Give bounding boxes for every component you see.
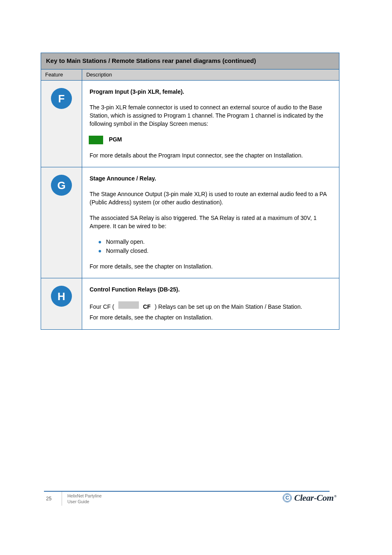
table-banner: Key to Main Stations / Remote Stations r… [41,53,339,69]
row-paragraph: The 3-pin XLR female connector is used t… [90,104,331,128]
logo-text: Clear-Com® [294,493,337,503]
cf-relay-line: Four CF ( CF ) Relays can be set up on t… [90,301,331,311]
registered-mark-icon: ® [334,494,337,498]
row-title: Program Input (3-pin XLR, female). [90,88,331,96]
feature-badge: G [51,175,72,196]
feature-cell: H [41,278,82,329]
brand-logo: C Clear-Com® [283,493,337,503]
table-row: F Program Input (3-pin XLR, female). The… [41,80,339,167]
row-paragraph: The associated SA Relay is also triggere… [90,214,331,231]
bullet-dot-icon [99,250,101,252]
cf-swatch-icon [118,301,139,309]
description-cell: Stage Announce / Relay. The Stage Announ… [82,167,339,278]
table-row: G Stage Announce / Relay. The Stage Anno… [41,167,339,278]
list-item: Normally closed. [99,247,331,255]
pgm-green-icon [89,136,103,144]
col-header-description: Description [82,69,339,80]
logo-mark-icon: C [283,493,292,502]
cf-swatch-label: CF [143,303,151,311]
description-cell: Control Function Relays (DB-25). Four CF… [82,278,339,329]
feature-cell: G [41,167,82,278]
feature-badge: H [51,286,72,307]
pgm-label: PGM [109,136,122,143]
doc-title-line2: User Guide [67,499,89,504]
doc-title-line1: HelixNet Partyline [67,493,101,498]
feature-table: Key to Main Stations / Remote Stations r… [41,53,339,330]
bullet-dot-icon [99,241,101,243]
row-paragraph: For more details, see the chapter on Ins… [90,263,331,271]
cf-text-prefix: Four CF ( [90,303,114,311]
table-header-row: Feature Description [41,69,339,80]
col-header-feature: Feature [41,69,82,80]
footer-divider [62,492,62,506]
cf-text-suffix: ) Relays can be set up on the Main Stati… [155,303,302,311]
page: Key to Main Stations / Remote Stations r… [0,0,392,555]
footer-rule [44,491,330,492]
doc-title: HelixNet Partyline User Guide [67,493,101,504]
row-title: Control Function Relays (DB-25). [90,286,331,294]
row-paragraph: The Stage Announce Output (3-pin male XL… [90,190,331,207]
pgm-indicator-line: PGM [90,136,331,144]
page-number: 25 [46,496,51,502]
bullet-text: Normally open. [106,238,331,246]
logo-text-value: Clear-Com [294,493,334,503]
bullet-list: Normally open. Normally closed. [90,238,331,255]
table-row: H Control Function Relays (DB-25). Four … [41,278,339,329]
feature-cell: F [41,81,82,167]
row-paragraph: For more details, see the chapter on Ins… [90,314,331,322]
bullet-text: Normally closed. [106,247,331,255]
feature-badge: F [51,88,72,109]
list-item: Normally open. [99,238,331,246]
description-cell: Program Input (3-pin XLR, female). The 3… [82,81,339,167]
row-title: Stage Announce / Relay. [90,175,331,183]
row-paragraph: For more details about the Program Input… [90,152,331,160]
